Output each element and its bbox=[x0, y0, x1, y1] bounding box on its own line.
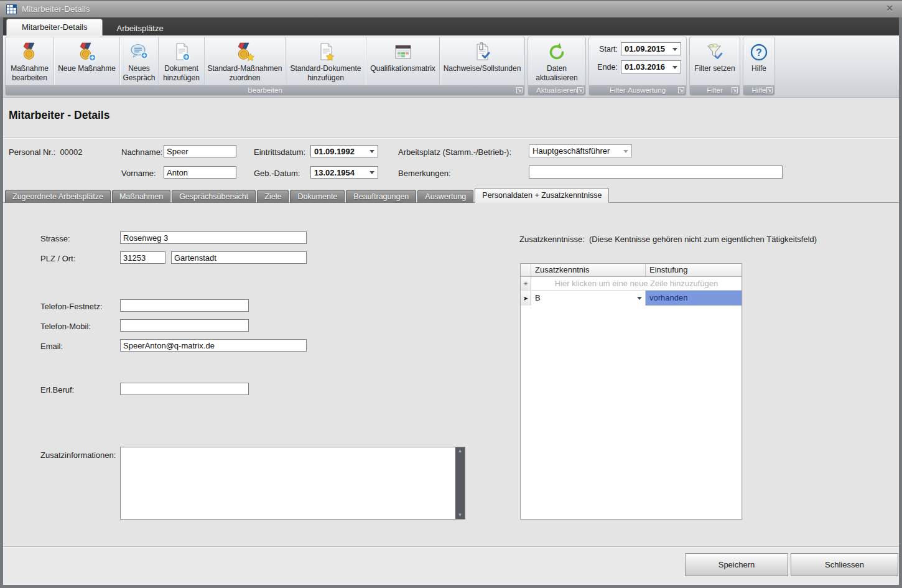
ribbon-group-aktualisieren: Daten aktualisieren Aktualisieren bbox=[528, 37, 586, 96]
chevron-down-icon[interactable] bbox=[637, 297, 642, 300]
standard-dokumente-hinzufuegen-button[interactable]: Standard-Dokumente hinzufügen bbox=[286, 37, 366, 86]
nachname-input[interactable] bbox=[164, 145, 236, 157]
schliessen-button[interactable]: Schliessen bbox=[791, 553, 898, 576]
ende-date-combo[interactable]: 01.03.2016 bbox=[621, 60, 681, 73]
medal-icon bbox=[21, 40, 39, 64]
column-header-einstufung[interactable]: Einstufung bbox=[646, 264, 742, 276]
group-label-bearbeiten: Bearbeiten bbox=[6, 85, 524, 95]
current-row-icon: ➤ bbox=[521, 291, 531, 306]
strasse-input[interactable] bbox=[120, 231, 307, 244]
massnahme-bearbeiten-button[interactable]: Maßnahme bearbeiten bbox=[6, 37, 54, 86]
dialog-launcher-icon[interactable] bbox=[766, 87, 773, 93]
medal-plus-icon bbox=[77, 40, 97, 64]
start-date-combo[interactable]: 01.09.2015 bbox=[621, 42, 681, 55]
svg-text:?: ? bbox=[756, 47, 762, 58]
button-label: Neue Maßnahme bbox=[58, 64, 116, 73]
hilfe-button[interactable]: ? Hilfe bbox=[743, 37, 774, 86]
zusatzkenntnisse-note: (Diese Kentnisse gehören nicht zum eigen… bbox=[589, 235, 817, 244]
group-label-filter-auswertung: Filter-Auswertung bbox=[589, 85, 686, 95]
grid-new-row[interactable]: ✳ Hier klicken um eine neue Zeile hinzuz… bbox=[521, 277, 742, 291]
dokument-hinzufuegen-button[interactable]: Dokument hinzufügen bbox=[159, 37, 205, 86]
medal-star-icon bbox=[235, 40, 255, 64]
ribbon-group-hilfe: ? Hilfe Hilfe bbox=[743, 37, 775, 96]
vorname-input[interactable] bbox=[164, 166, 236, 179]
arbeitsplatz-label: Arbeitsplatz (Stamm.-/Betrieb-): bbox=[398, 147, 511, 157]
dialog-launcher-icon[interactable] bbox=[577, 87, 584, 93]
window-frame: Mitarbeiter-Details Arbeitsplätze Maßnah… bbox=[0, 17, 902, 588]
dialog-launcher-icon[interactable] bbox=[516, 87, 523, 93]
neue-massnahme-button[interactable]: Neue Maßnahme bbox=[54, 37, 120, 86]
ribbon: Maßnahme bearbeiten Neue Maßnahme Neues … bbox=[3, 35, 899, 98]
eintrittsdatum-label: Eintrittsdatum: bbox=[254, 147, 305, 157]
close-icon[interactable]: ✕ bbox=[886, 3, 893, 13]
speichern-button[interactable]: Speichern bbox=[685, 553, 788, 576]
filter-setzen-button[interactable]: Filter setzen bbox=[690, 37, 740, 86]
new-row-icon: ✳ bbox=[521, 277, 531, 290]
telefon-festnetz-label: Telefon-Festnetz: bbox=[40, 302, 103, 311]
top-tab-mitarbeiter-details[interactable]: Mitarbeiter-Details bbox=[6, 19, 103, 35]
arbeitsplatz-value: Hauptgeschäftsführer bbox=[532, 146, 610, 156]
tab-zugeordnete-arbeitsplaetze[interactable]: Zugeordnete Arbeitsplätze bbox=[5, 190, 111, 203]
tab-gespraechsuebersicht[interactable]: Gesprächsübersicht bbox=[172, 190, 256, 203]
ort-input[interactable] bbox=[171, 251, 307, 264]
page-title: Mitarbeiter - Details bbox=[9, 109, 109, 122]
telefon-mobil-input[interactable] bbox=[120, 319, 249, 332]
grid-header-row: Zusatzkenntnis Einstufung bbox=[521, 264, 742, 277]
tab-beauftragungen[interactable]: Beauftragungen bbox=[346, 190, 416, 203]
button-label: Daten aktualisieren bbox=[536, 64, 577, 83]
tab-massnahmen[interactable]: Maßnahmen bbox=[112, 190, 170, 203]
telefon-festnetz-input[interactable] bbox=[120, 299, 249, 312]
tab-personaldaten-zusatzkenntnisse[interactable]: Personaldaten + Zusatzkenntnisse bbox=[475, 188, 609, 203]
button-label: Maßnahme bearbeiten bbox=[11, 64, 49, 83]
chevron-down-icon bbox=[370, 171, 374, 174]
arbeitsplatz-combo[interactable]: Hauptgeschäftsführer bbox=[529, 144, 632, 157]
chevron-down-icon bbox=[370, 150, 374, 153]
tab-page-personaldaten: Strasse: PLZ / Ort: Telefon-Festnetz: Te… bbox=[3, 202, 899, 546]
column-header-zusatzkenntnis[interactable]: Zusatzkenntnis bbox=[531, 264, 646, 276]
button-label: Standard-Maßnahmen zuordnen bbox=[207, 64, 282, 83]
speech-bubble-plus-icon bbox=[129, 40, 150, 64]
geb-datum-combo[interactable]: 13.02.1954 bbox=[310, 166, 378, 179]
dialog-launcher-icon[interactable] bbox=[732, 87, 738, 93]
telefon-mobil-label: Telefon-Mobil: bbox=[40, 322, 91, 331]
help-icon: ? bbox=[750, 40, 768, 64]
grid-data-row[interactable]: ➤ B vorhanden bbox=[521, 291, 742, 306]
button-label: Dokument hinzufügen bbox=[163, 64, 200, 83]
personal-nr-value: 00002 bbox=[60, 147, 82, 157]
ende-date-value: 01.03.2016 bbox=[625, 62, 665, 72]
button-label: Filter setzen bbox=[694, 64, 735, 73]
plz-input[interactable] bbox=[120, 251, 165, 264]
zusatzinformationen-field: ▲ ▼ bbox=[120, 447, 465, 520]
dialog-launcher-icon[interactable] bbox=[678, 87, 684, 93]
standard-massnahmen-zuordnen-button[interactable]: Standard-Maßnahmen zuordnen bbox=[205, 37, 286, 86]
scroll-down-icon[interactable]: ▼ bbox=[458, 511, 463, 519]
chevron-down-icon bbox=[623, 150, 628, 153]
tab-dokumente[interactable]: Dokumente bbox=[290, 190, 345, 203]
chevron-down-icon bbox=[672, 48, 677, 51]
bemerkungen-label: Bemerkungen: bbox=[398, 169, 451, 178]
tab-ziele[interactable]: Ziele bbox=[257, 190, 289, 203]
bemerkungen-input[interactable] bbox=[529, 166, 783, 179]
eintrittsdatum-combo[interactable]: 01.09.1992 bbox=[310, 145, 378, 157]
strasse-label: Strasse: bbox=[40, 234, 70, 243]
cell-einstufung-selected[interactable]: vorhanden bbox=[646, 291, 742, 306]
erl-beruf-label: Erl.Beruf: bbox=[40, 385, 74, 394]
erl-beruf-input[interactable] bbox=[120, 383, 249, 395]
daten-aktualisieren-button[interactable]: Daten aktualisieren bbox=[528, 37, 585, 86]
refresh-icon bbox=[547, 40, 567, 64]
nachweise-sollstunden-button[interactable]: Nachweise/Sollstunden bbox=[440, 37, 524, 86]
tab-auswertung[interactable]: Auswertung bbox=[417, 190, 473, 203]
start-date-value: 01.09.2015 bbox=[625, 44, 665, 54]
cell-zusatzkenntnis[interactable]: B bbox=[531, 291, 646, 306]
neues-gespraech-button[interactable]: Neues Gespräch bbox=[120, 37, 159, 86]
ribbon-group-bearbeiten: Maßnahme bearbeiten Neue Maßnahme Neues … bbox=[5, 37, 525, 96]
new-row-placeholder[interactable]: Hier klicken um eine neue Zeile hinzuzuf… bbox=[531, 277, 742, 290]
chevron-down-icon bbox=[672, 66, 677, 69]
email-input[interactable] bbox=[120, 339, 307, 352]
document-plus-icon bbox=[172, 40, 192, 64]
top-tab-arbeitsplaetze[interactable]: Arbeitsplätze bbox=[103, 21, 177, 35]
scroll-up-icon[interactable]: ▲ bbox=[458, 447, 463, 455]
scrollbar[interactable]: ▲ ▼ bbox=[455, 447, 465, 519]
qualifikationsmatrix-button[interactable]: Qualifikationsmatrix bbox=[366, 37, 440, 86]
zusatzinformationen-textarea[interactable] bbox=[121, 447, 455, 519]
